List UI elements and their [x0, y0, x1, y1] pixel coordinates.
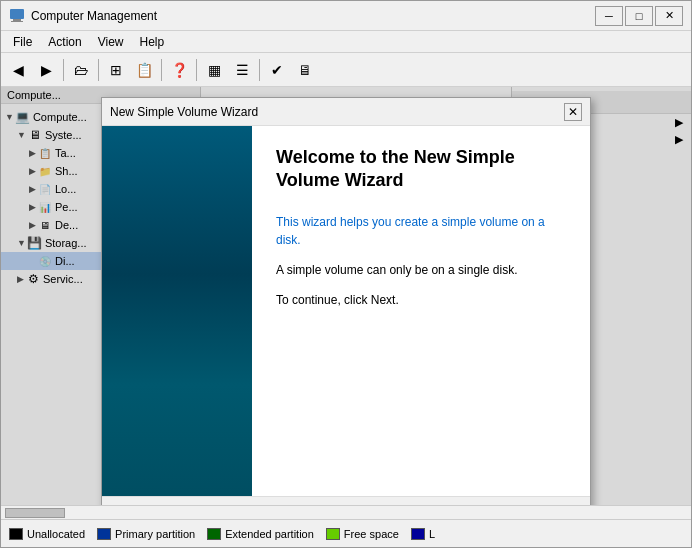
- legend-primary-label: Primary partition: [115, 528, 195, 540]
- screen-button[interactable]: 🖥: [292, 57, 318, 83]
- toolbar-separator-5: [259, 59, 260, 81]
- help-button[interactable]: ❓: [166, 57, 192, 83]
- toolbar-separator-3: [161, 59, 162, 81]
- wizard-text3: To continue, click Next.: [276, 291, 566, 309]
- svg-rect-1: [13, 19, 21, 21]
- forward-button[interactable]: ▶: [33, 57, 59, 83]
- wizard-footer: < Back Next > Cancel: [102, 496, 590, 505]
- legend-unallocated-label: Unallocated: [27, 528, 85, 540]
- svg-rect-2: [11, 21, 23, 22]
- status-bar: Unallocated Primary partition Extended p…: [1, 519, 691, 547]
- toolbar-separator-2: [98, 59, 99, 81]
- properties-button[interactable]: 📋: [131, 57, 157, 83]
- wizard-text2: A simple volume can only be on a single …: [276, 261, 566, 279]
- view2-button[interactable]: ☰: [229, 57, 255, 83]
- wizard-body: Welcome to the New Simple Volume Wizard …: [102, 126, 590, 496]
- show-hide-button[interactable]: ⊞: [103, 57, 129, 83]
- wizard-title: New Simple Volume Wizard: [110, 105, 564, 119]
- menu-bar: File Action View Help: [1, 31, 691, 53]
- toolbar: ◀ ▶ 🗁 ⊞ 📋 ❓ ▦ ☰ ✔ 🖥: [1, 53, 691, 87]
- check-button[interactable]: ✔: [264, 57, 290, 83]
- menu-file[interactable]: File: [5, 33, 40, 51]
- up-button[interactable]: 🗁: [68, 57, 94, 83]
- svg-rect-0: [10, 9, 24, 19]
- wizard-right-panel: Welcome to the New Simple Volume Wizard …: [252, 126, 590, 496]
- wizard-overlay: New Simple Volume Wizard ✕ Welcome to th…: [1, 87, 691, 505]
- app-icon: [9, 8, 25, 24]
- legend-extended-box: [207, 528, 221, 540]
- menu-help[interactable]: Help: [132, 33, 173, 51]
- wizard-dialog: New Simple Volume Wizard ✕ Welcome to th…: [101, 97, 591, 505]
- view1-button[interactable]: ▦: [201, 57, 227, 83]
- legend-l-box: [411, 528, 425, 540]
- maximize-button[interactable]: □: [625, 6, 653, 26]
- wizard-heading: Welcome to the New Simple Volume Wizard: [276, 146, 566, 193]
- close-button[interactable]: ✕: [655, 6, 683, 26]
- legend-l-label: L: [429, 528, 435, 540]
- main-area: Compute... ▼ 💻 Compute... ▼ 🖥 Syste... ▶…: [1, 87, 691, 505]
- legend-free-label: Free space: [344, 528, 399, 540]
- wizard-left-panel: [102, 126, 252, 496]
- back-button[interactable]: ◀: [5, 57, 31, 83]
- legend-unallocated: Unallocated: [9, 528, 85, 540]
- legend-primary-box: [97, 528, 111, 540]
- scrollbar-thumb[interactable]: [5, 508, 65, 518]
- minimize-button[interactable]: ─: [595, 6, 623, 26]
- legend-primary: Primary partition: [97, 528, 195, 540]
- menu-view[interactable]: View: [90, 33, 132, 51]
- wizard-close-button[interactable]: ✕: [564, 103, 582, 121]
- legend-free-box: [326, 528, 340, 540]
- legend-l: L: [411, 528, 435, 540]
- legend-free: Free space: [326, 528, 399, 540]
- wizard-title-bar: New Simple Volume Wizard ✕: [102, 98, 590, 126]
- wizard-text1: This wizard helps you create a simple vo…: [276, 213, 566, 249]
- window-title: Computer Management: [31, 9, 595, 23]
- toolbar-separator-4: [196, 59, 197, 81]
- menu-action[interactable]: Action: [40, 33, 89, 51]
- legend-extended-label: Extended partition: [225, 528, 314, 540]
- toolbar-separator-1: [63, 59, 64, 81]
- horizontal-scrollbar[interactable]: [1, 505, 691, 519]
- main-window: Computer Management ─ □ ✕ File Action Vi…: [0, 0, 692, 548]
- window-controls: ─ □ ✕: [595, 6, 683, 26]
- legend-extended: Extended partition: [207, 528, 314, 540]
- legend-unallocated-box: [9, 528, 23, 540]
- title-bar: Computer Management ─ □ ✕: [1, 1, 691, 31]
